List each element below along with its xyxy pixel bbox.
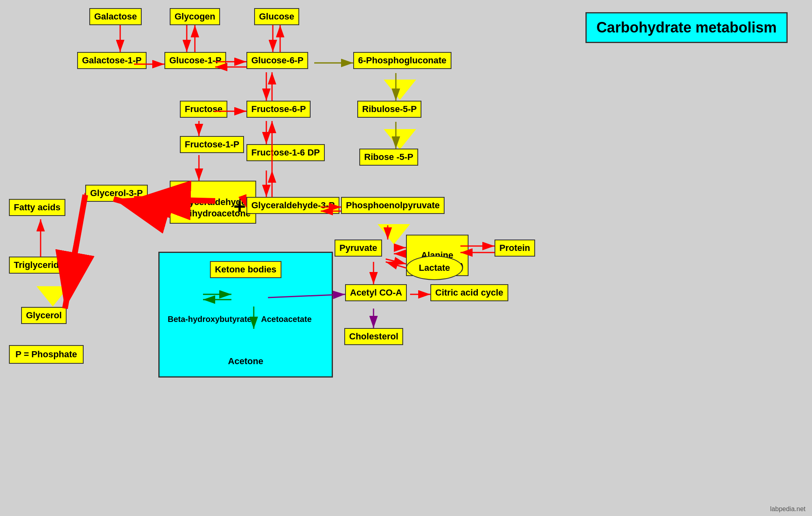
node-triglycerides: Triglycerides bbox=[9, 257, 74, 274]
node-acetyl-coa: Acetyl CO-A bbox=[345, 284, 407, 301]
node-ribulose5p: Ribulose-5-P bbox=[357, 101, 421, 118]
node-glycerol: Glycerol bbox=[21, 307, 67, 324]
plus-sign: + bbox=[233, 194, 246, 218]
node-phosphogluconate: 6-Phosphogluconate bbox=[353, 52, 451, 69]
node-lactate: Lactate bbox=[406, 256, 463, 280]
node-cholesterol: Cholesterol bbox=[344, 328, 403, 345]
node-fructose: Fructose bbox=[180, 101, 227, 118]
node-pep: Phosphoenolpyruvate bbox=[341, 197, 445, 214]
svg-line-39 bbox=[386, 262, 406, 268]
svg-line-38 bbox=[386, 259, 406, 264]
node-glycogen: Glycogen bbox=[170, 8, 220, 25]
node-protein: Protein bbox=[495, 240, 535, 257]
triangle-ribulose bbox=[384, 129, 416, 149]
node-beta-hydroxy: Beta-hydroxybutyrate bbox=[168, 315, 252, 324]
node-fructose1p: Fructose-1-P bbox=[180, 136, 244, 153]
watermark: labpedia.net bbox=[770, 505, 806, 513]
node-ketone-bodies: Ketone bodies bbox=[210, 261, 281, 278]
title-box: Carbohydrate metabolism bbox=[585, 12, 788, 43]
triangle-trig bbox=[37, 286, 69, 307]
node-glucose: Glucose bbox=[254, 8, 299, 25]
node-acetoacetate: Acetoacetate bbox=[261, 315, 312, 324]
node-fructose6p: Fructose-6-P bbox=[246, 101, 311, 118]
node-glucose6p: Glucose-6-P bbox=[246, 52, 308, 69]
node-fructose16dp: Fructose-1-6 DP bbox=[246, 144, 325, 161]
node-pyruvate: Pyruvate bbox=[335, 240, 382, 257]
node-galactose: Galactose bbox=[89, 8, 142, 25]
node-ribose5p: Ribose -5-P bbox=[359, 149, 418, 166]
node-citric-acid: Citric acid cycle bbox=[430, 284, 508, 301]
node-glyceraldehyde3p: Glyceraldehyde-3-P bbox=[246, 197, 339, 214]
legend-phosphate: P = Phosphate bbox=[9, 345, 84, 364]
ketone-bodies-container: Ketone bodies Beta-hydroxybutyrate Aceto… bbox=[158, 252, 333, 378]
triangle-phosphogluconate bbox=[384, 80, 416, 100]
node-glucose1p: Glucose-1-P bbox=[164, 52, 226, 69]
triangle-pep bbox=[378, 224, 410, 244]
node-galactose1p: Galactose-1-P bbox=[77, 52, 147, 69]
node-glycerol3p: Glycerol-3-P bbox=[85, 185, 148, 202]
node-fatty-acids: Fatty acids bbox=[9, 199, 65, 216]
node-acetone: Acetone bbox=[228, 356, 263, 367]
title-text: Carbohydrate metabolism bbox=[596, 19, 777, 36]
